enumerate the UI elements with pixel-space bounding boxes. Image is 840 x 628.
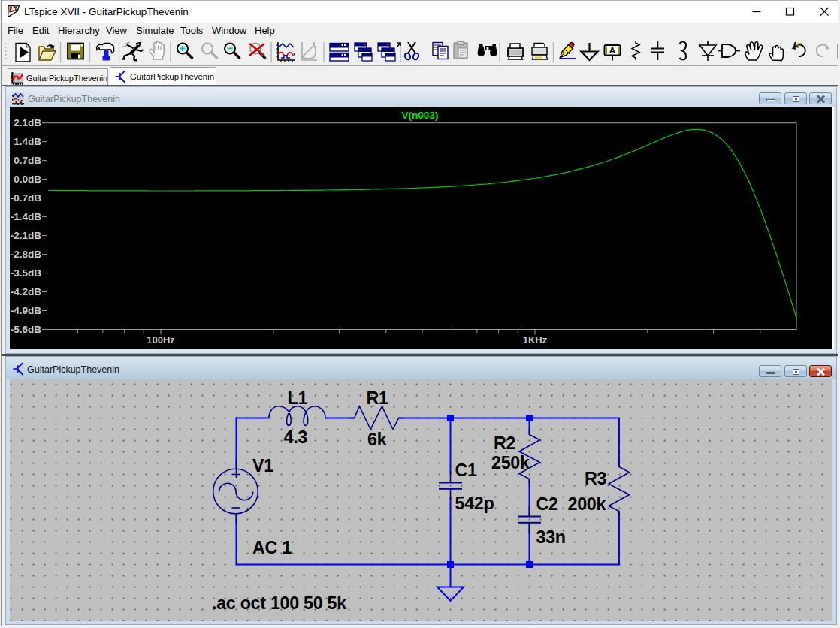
svg-text:-4.9dB: -4.9dB bbox=[11, 305, 42, 316]
svg-text:0.0dB: 0.0dB bbox=[14, 174, 41, 185]
svg-text:V(n003): V(n003) bbox=[402, 110, 439, 121]
svg-text:1.4dB: 1.4dB bbox=[14, 136, 41, 147]
svg-text:2.1dB: 2.1dB bbox=[14, 117, 41, 128]
svg-text:AC 1: AC 1 bbox=[252, 538, 292, 557]
svg-text:C1: C1 bbox=[455, 460, 478, 480]
svg-text:-4.2dB: -4.2dB bbox=[11, 286, 42, 297]
svg-text:V1: V1 bbox=[252, 456, 273, 476]
svg-text:250k: 250k bbox=[491, 453, 530, 473]
svg-text:542p: 542p bbox=[455, 494, 494, 513]
svg-text:R3: R3 bbox=[585, 469, 607, 488]
svg-text:-5.6dB: -5.6dB bbox=[11, 324, 42, 335]
svg-text:6k: 6k bbox=[367, 430, 387, 449]
svg-text:-0.7dB: -0.7dB bbox=[11, 192, 42, 204]
svg-text:4.3: 4.3 bbox=[284, 427, 308, 447]
svg-text:0.7dB: 0.7dB bbox=[14, 155, 41, 166]
svg-text:1KHz: 1KHz bbox=[523, 334, 548, 346]
svg-text:R2: R2 bbox=[494, 433, 516, 453]
svg-text:L1: L1 bbox=[288, 388, 308, 408]
svg-text:-3.5dB: -3.5dB bbox=[11, 267, 42, 279]
svg-text:200k: 200k bbox=[568, 494, 606, 514]
svg-text:C2: C2 bbox=[536, 494, 559, 514]
svg-text:.ac oct 100 50 5k: .ac oct 100 50 5k bbox=[212, 593, 346, 613]
svg-text:100Hz: 100Hz bbox=[147, 334, 175, 346]
svg-text:-2.8dB: -2.8dB bbox=[11, 249, 42, 260]
svg-text:R1: R1 bbox=[367, 388, 389, 408]
svg-text:-2.1dB: -2.1dB bbox=[11, 230, 42, 241]
svg-text:-1.4dB: -1.4dB bbox=[11, 211, 42, 222]
svg-text:A: A bbox=[609, 46, 615, 55]
svg-text:33n: 33n bbox=[536, 527, 566, 547]
